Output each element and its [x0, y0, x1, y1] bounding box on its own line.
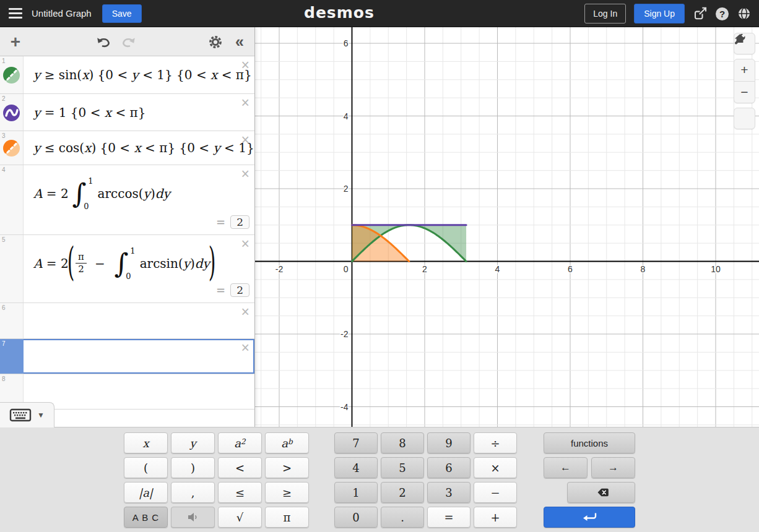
globe-icon[interactable]	[737, 6, 752, 21]
settings-gear-icon[interactable]	[205, 27, 226, 56]
main-menu-icon[interactable]	[6, 4, 26, 23]
zoom-out-button[interactable]: −	[734, 82, 755, 103]
key-speaker[interactable]	[171, 507, 215, 528]
add-expression-icon[interactable]: +	[6, 27, 25, 56]
expression-content[interactable]: y = 1 {0 < x < π} ×	[24, 94, 254, 131]
undo-icon[interactable]	[94, 27, 114, 56]
row-gutter: 1	[0, 56, 24, 93]
graph-canvas[interactable]: -2246810642-2-40	[255, 27, 759, 427]
row-number: 5	[2, 236, 6, 243]
key-less-than[interactable]: <	[218, 457, 262, 478]
key-7[interactable]: 7	[334, 432, 378, 453]
speaker-icon	[187, 512, 199, 522]
expression-content[interactable]	[24, 374, 254, 409]
key-add[interactable]: +	[474, 507, 517, 528]
save-button[interactable]: Save	[102, 4, 142, 23]
close-icon[interactable]: ×	[241, 304, 249, 321]
y-axis-tick-label: 4	[344, 111, 349, 121]
key-greater-equal[interactable]: ≥	[265, 482, 309, 503]
key-8[interactable]: 8	[381, 432, 424, 453]
key-sqrt[interactable]: √	[218, 507, 262, 528]
key-arrow-left[interactable]: ←	[544, 457, 588, 478]
key-divide[interactable]: ÷	[474, 432, 517, 453]
default-viewport-home-button[interactable]	[734, 108, 755, 129]
keyboard-toggle-button[interactable]: ▼	[0, 402, 54, 427]
key-x[interactable]: x	[124, 432, 168, 453]
key-4[interactable]: 4	[334, 457, 378, 478]
key-5[interactable]: 5	[381, 457, 424, 478]
expression-content[interactable]: A = 2 ∫ 1 0 arccos(y)dy = 2 ×	[24, 165, 254, 234]
row-number: 2	[2, 95, 6, 102]
key-functions[interactable]: functions	[544, 432, 635, 453]
expression-row[interactable]: 3 y ≤ cos(x) {0 < x < π} {0 < y < 1} ×	[0, 131, 254, 165]
key-y[interactable]: y	[171, 432, 215, 453]
expression-content[interactable]: y ≤ cos(x) {0 < x < π} {0 < y < 1} ×	[24, 131, 254, 165]
key-enter[interactable]	[544, 507, 635, 528]
expression-content[interactable]: A = 2 ( π 2 − ∫ 1 0 arcsin(y)dy )	[24, 235, 254, 302]
region-style-icon-green[interactable]	[3, 67, 20, 84]
key-a-squared[interactable]: a2	[218, 432, 262, 453]
expression-text: y = 1 {0 < x < π}	[33, 105, 145, 120]
close-icon[interactable]: ×	[241, 166, 249, 183]
key-abs-value[interactable]: |a|	[124, 482, 168, 503]
expression-row[interactable]: 2 y = 1 {0 < x < π} ×	[0, 94, 254, 131]
key-equals[interactable]: =	[427, 507, 471, 528]
collapse-panel-icon[interactable]: «	[230, 27, 248, 56]
key-abc[interactable]: A B C	[124, 507, 168, 528]
row-number: 7	[2, 340, 6, 347]
log-in-button[interactable]: Log In	[584, 4, 626, 24]
expression-row-selected[interactable]: 7 ×	[0, 339, 254, 374]
row-gutter: 7	[0, 339, 24, 374]
expression-row[interactable]: 6 ×	[0, 303, 254, 339]
y-axis-tick-label: 6	[344, 38, 349, 48]
zoom-controls: + −	[734, 59, 755, 103]
key-comma[interactable]: ,	[171, 482, 215, 503]
close-icon[interactable]: ×	[241, 95, 249, 112]
key-less-equal[interactable]: ≤	[218, 482, 262, 503]
topbar-actions: Log In Sign Up ?	[584, 0, 752, 27]
key-pi[interactable]: π	[265, 507, 309, 528]
evaluation-result: = 2	[216, 283, 249, 297]
key-2[interactable]: 2	[381, 482, 424, 503]
key-multiply[interactable]: ×	[474, 457, 517, 478]
close-icon[interactable]: ×	[241, 236, 249, 253]
key-arrow-right[interactable]: →	[591, 457, 635, 478]
expression-row[interactable]: 1 y ≥ sin(x) {0 < y < 1} {0 < x < π} ×	[0, 56, 254, 94]
close-icon[interactable]: ×	[241, 57, 249, 74]
key-paren-open[interactable]: (	[124, 457, 168, 478]
key-decimal[interactable]: .	[381, 507, 424, 528]
help-icon[interactable]: ?	[716, 7, 729, 20]
sign-up-button[interactable]: Sign Up	[634, 4, 685, 24]
key-paren-close[interactable]: )	[171, 457, 215, 478]
close-icon[interactable]: ×	[241, 340, 249, 357]
expression-content[interactable]: ×	[24, 303, 254, 338]
key-9[interactable]: 9	[427, 432, 471, 453]
region-style-icon-orange[interactable]	[3, 140, 20, 157]
key-a-power-b[interactable]: ab	[265, 432, 309, 453]
expression-content[interactable]: y ≥ sin(x) {0 < y < 1} {0 < x < π} ×	[24, 56, 254, 93]
expression-row[interactable]: 5 A = 2 ( π 2 − ∫ 1 0 arcsin(y)dy	[0, 235, 254, 303]
graph-area: -2246810642-2-40 + −	[255, 27, 759, 427]
key-3[interactable]: 3	[427, 482, 471, 503]
close-icon[interactable]: ×	[241, 132, 249, 149]
graph-title[interactable]: Untitled Graph	[32, 8, 92, 19]
fraction: π 2	[76, 251, 87, 275]
key-backspace[interactable]	[567, 482, 635, 503]
key-6[interactable]: 6	[427, 457, 471, 478]
key-subtract[interactable]: −	[474, 482, 517, 503]
integral-symbol: ∫ 1 0	[72, 179, 87, 208]
expression-panel: + «	[0, 27, 255, 427]
share-icon[interactable]	[693, 6, 708, 21]
key-1[interactable]: 1	[334, 482, 378, 503]
expression-row[interactable]: 4 A = 2 ∫ 1 0 arccos(y)dy = 2 ×	[0, 165, 254, 235]
x-axis-tick-label: 10	[711, 264, 721, 274]
redo-icon[interactable]	[118, 27, 138, 56]
key-greater-than[interactable]: >	[265, 457, 309, 478]
expression-content[interactable]: ×	[24, 339, 254, 374]
chevron-down-icon: ▼	[37, 411, 45, 419]
x-axis-tick-label: 4	[495, 264, 500, 274]
curve-style-icon-purple[interactable]	[3, 105, 20, 121]
key-0[interactable]: 0	[334, 507, 378, 528]
zoom-in-button[interactable]: +	[734, 59, 755, 82]
row-gutter: 3	[0, 131, 24, 165]
